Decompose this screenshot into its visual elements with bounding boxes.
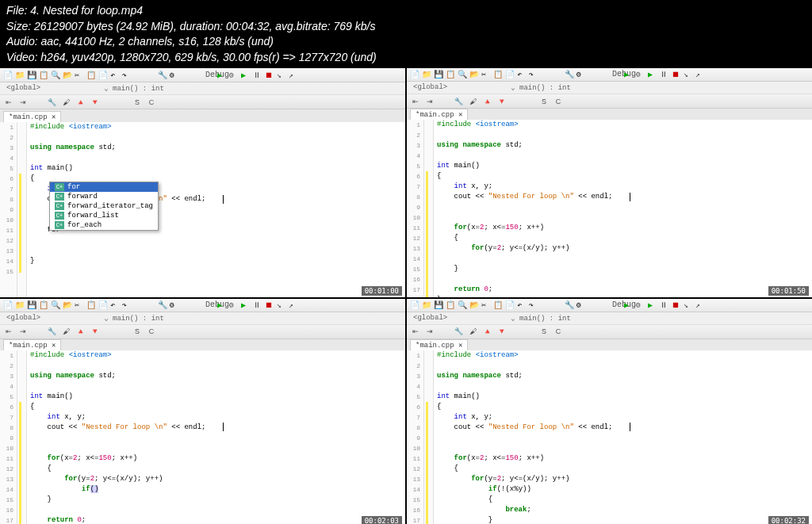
file-tab[interactable]: *main.cpp ✕	[410, 339, 468, 350]
toolbar-icon[interactable]: 📄	[505, 70, 515, 79]
file-tab[interactable]: *main.cpp ✕	[410, 109, 468, 120]
toolbar-icon[interactable]: 📂	[63, 71, 72, 80]
scope-function[interactable]: ⌄ main() : int	[511, 83, 571, 92]
editor-toolbar-icon[interactable]: 🔺	[75, 326, 86, 337]
editor-toolbar-icon[interactable]: 🖌	[467, 96, 478, 107]
toolbar-icon[interactable]	[541, 70, 550, 79]
code-editor[interactable]: 1 2 3 4 5 6 7 8 9 10 11 12 13 14 15 16 1…	[407, 120, 812, 297]
editor-toolbar-icon[interactable]	[160, 97, 171, 108]
toolbar-icon[interactable]: 📄	[98, 300, 108, 310]
toolbar-icon[interactable]: 📋	[493, 70, 503, 79]
run-icon[interactable]: ⚙	[636, 70, 645, 79]
scope-function[interactable]: ⌄ main() : int	[104, 314, 164, 323]
run-icon[interactable]: ▶	[217, 71, 227, 80]
editor-toolbar-icon[interactable]: ⇤	[3, 97, 14, 108]
editor-toolbar-icon[interactable]: C	[553, 326, 564, 337]
editor-toolbar-icon[interactable]: ⇥	[17, 97, 29, 108]
editor-toolbar-icon[interactable]	[524, 326, 535, 337]
editor-toolbar-icon[interactable]: 🖌	[467, 326, 478, 337]
autocomplete-item[interactable]: C+forward_iterator_tag	[50, 201, 158, 211]
toolbar-icon[interactable]: 🔧	[565, 70, 574, 79]
run-icon[interactable]: ↗	[695, 70, 705, 79]
editor-toolbar-icon[interactable]: C	[146, 97, 157, 108]
run-icon[interactable]: ↘	[277, 71, 286, 80]
editor-toolbar-icon[interactable]: 🔻	[496, 326, 507, 337]
run-icon[interactable]: ↗	[289, 300, 298, 310]
scope-global[interactable]: <global>	[6, 314, 40, 323]
toolbar-icon[interactable]: ⚙	[576, 300, 586, 310]
toolbar-icon[interactable]: 📋	[446, 300, 455, 310]
toolbar-icon[interactable]: ↶	[517, 300, 527, 310]
toolbar-icon[interactable]: 📄	[410, 300, 419, 310]
scope-function[interactable]: ⌄ main() : int	[511, 314, 571, 323]
scope-global[interactable]: <global>	[6, 84, 40, 93]
toolbar-icon[interactable]: ⚙	[170, 300, 179, 310]
toolbar-icon[interactable]: 📂	[469, 300, 479, 310]
editor-toolbar-icon[interactable]: 🖌	[60, 97, 71, 108]
code-editor[interactable]: 1 2 3 4 5 6 7 8 9 10 11 12 13 14 15 16 1…	[0, 350, 405, 524]
editor-toolbar-icon[interactable]	[439, 326, 450, 337]
code-content[interactable]: #include <iostream> using namespace std;…	[434, 120, 812, 297]
toolbar-icon[interactable]: ↷	[529, 300, 538, 310]
editor-toolbar-icon[interactable]: 🔧	[46, 326, 57, 337]
toolbar-icon[interactable]: ↷	[122, 71, 132, 80]
debug-dropdown[interactable]: Debug	[612, 70, 622, 79]
toolbar-icon[interactable]: ✂	[481, 300, 491, 310]
toolbar-icon[interactable]: 📄	[98, 71, 108, 80]
run-icon[interactable]: ↗	[289, 71, 298, 80]
run-icon[interactable]: ▶	[217, 300, 227, 310]
editor-toolbar-icon[interactable]: 🔻	[89, 97, 100, 108]
editor-toolbar-icon[interactable]: 🔧	[453, 96, 464, 107]
scope-function[interactable]: ⌄ main() : int	[104, 84, 164, 93]
editor-toolbar-icon[interactable]: ⇤	[410, 326, 421, 337]
scope-global[interactable]: <global>	[413, 314, 447, 323]
run-icon[interactable]: ⏹	[672, 70, 681, 79]
editor-toolbar-icon[interactable]	[524, 96, 535, 107]
run-icon[interactable]: ⏹	[672, 300, 681, 310]
toolbar-icon[interactable]: ↷	[122, 300, 132, 310]
toolbar-icon[interactable]: ↶	[110, 71, 120, 80]
toolbar-icon[interactable]	[553, 70, 562, 79]
code-editor[interactable]: 1 2 3 4 5 6 7 8 9 10 11 12 13 14 15 16 1…	[407, 350, 812, 524]
editor-toolbar-icon[interactable]: ⇤	[3, 326, 14, 337]
run-icon[interactable]: ▶	[241, 300, 251, 310]
editor-toolbar-icon[interactable]: S	[538, 96, 550, 107]
editor-toolbar-icon[interactable]	[117, 97, 128, 108]
editor-toolbar-icon[interactable]: 🔺	[481, 326, 492, 337]
editor-toolbar-icon[interactable]: 🔻	[89, 326, 100, 337]
editor-toolbar-icon[interactable]: 🔺	[481, 96, 492, 107]
toolbar-icon[interactable]: 💾	[27, 300, 36, 310]
autocomplete-item[interactable]: C+forward	[50, 192, 158, 201]
run-icon[interactable]: ⚙	[229, 300, 239, 310]
toolbar-icon[interactable]: 📄	[410, 70, 419, 79]
editor-toolbar-icon[interactable]	[117, 326, 128, 337]
editor-toolbar-icon[interactable]: 🔺	[75, 97, 86, 108]
editor-toolbar-icon[interactable]: ⇥	[424, 326, 435, 337]
toolbar-icon[interactable]: ↶	[110, 300, 120, 310]
debug-dropdown[interactable]: Debug	[612, 300, 622, 310]
toolbar-icon[interactable]	[541, 300, 550, 310]
editor-toolbar-icon[interactable]: C	[553, 96, 564, 107]
toolbar-icon[interactable]: 🔧	[565, 300, 574, 310]
editor-toolbar-icon[interactable]: 🖌	[60, 326, 71, 337]
toolbar-icon[interactable]	[134, 300, 144, 310]
toolbar-icon[interactable]: 💾	[27, 71, 36, 80]
run-icon[interactable]: ⏸	[660, 70, 669, 79]
run-icon[interactable]: ▶	[648, 300, 657, 310]
run-icon[interactable]: ⚙	[636, 300, 645, 310]
editor-toolbar-icon[interactable]	[510, 96, 521, 107]
run-icon[interactable]: ⚙	[229, 71, 239, 80]
toolbar-icon[interactable]: ↷	[529, 70, 538, 79]
code-content[interactable]: #include <iostream> using namespace std;…	[434, 350, 812, 524]
editor-toolbar-icon[interactable]	[32, 97, 43, 108]
run-icon[interactable]: ⏹	[265, 71, 274, 80]
toolbar-icon[interactable]: 🔍	[51, 71, 60, 80]
toolbar-icon[interactable]: ✂	[75, 71, 84, 80]
editor-toolbar-icon[interactable]: S	[538, 326, 550, 337]
debug-dropdown[interactable]: Debug	[205, 71, 215, 80]
toolbar-icon[interactable]: 📁	[15, 300, 25, 310]
editor-toolbar-icon[interactable]: ⇥	[424, 96, 435, 107]
editor-toolbar-icon[interactable]: C	[146, 326, 157, 337]
autocomplete-item[interactable]: C+forward_list	[50, 211, 158, 220]
editor-toolbar-icon[interactable]	[103, 97, 114, 108]
